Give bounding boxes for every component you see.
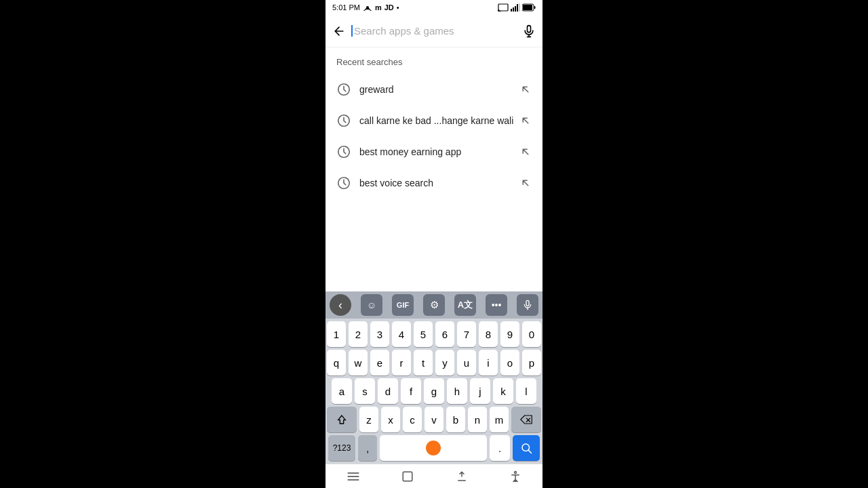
key-7[interactable]: 7	[457, 321, 476, 347]
key-q[interactable]: q	[327, 350, 346, 375]
svg-rect-11	[528, 25, 531, 32]
shift-icon	[336, 414, 347, 425]
key-n[interactable]: n	[468, 407, 487, 432]
search-item-text: call karne ke bad ...hange karne wali	[359, 115, 519, 126]
nav-accessibility[interactable]	[509, 470, 521, 483]
dot-indicator: •	[397, 3, 399, 12]
svg-rect-5	[515, 6, 516, 12]
key-9[interactable]: 9	[500, 321, 519, 347]
key-o[interactable]: o	[500, 350, 519, 375]
key-p[interactable]: p	[522, 350, 541, 375]
search-key[interactable]	[513, 435, 540, 461]
qwerty-row: q w e r t y u i o p	[327, 350, 541, 375]
period-key[interactable]: .	[490, 435, 510, 461]
key-2[interactable]: 2	[349, 321, 368, 347]
key-l[interactable]: l	[516, 378, 536, 404]
spacebar-key[interactable]	[380, 435, 487, 461]
list-item[interactable]: best voice search	[326, 167, 542, 199]
key-6[interactable]: 6	[435, 321, 454, 347]
key-3[interactable]: 3	[370, 321, 389, 347]
key-i[interactable]: i	[479, 350, 498, 375]
svg-rect-10	[534, 6, 536, 9]
search-item-text: greward	[359, 84, 519, 95]
key-r[interactable]: r	[392, 350, 411, 375]
battery-icon	[522, 3, 536, 12]
nav-back[interactable]	[456, 470, 468, 483]
key-v[interactable]: v	[425, 407, 443, 432]
status-right	[498, 3, 536, 12]
bottom-row: ?123 , .	[327, 435, 541, 461]
key-z[interactable]: z	[359, 407, 378, 432]
keyboard-mic-button[interactable]	[517, 294, 538, 316]
recent-searches-label: Recent searches	[326, 54, 542, 74]
key-d[interactable]: d	[378, 378, 398, 404]
history-icon	[336, 82, 351, 97]
shift-key[interactable]	[327, 407, 357, 432]
history-icon	[336, 144, 351, 159]
list-item[interactable]: best money earning app	[326, 136, 542, 167]
arrow-up-left-icon	[519, 146, 532, 158]
key-1[interactable]: 1	[327, 321, 346, 347]
key-5[interactable]: 5	[414, 321, 433, 347]
back-button[interactable]	[332, 24, 346, 38]
search-item-text: best voice search	[359, 178, 519, 188]
menu-icon	[347, 471, 360, 482]
status-bar: 5:01 PM m JD •	[326, 0, 542, 15]
keyboard-rows: 1 2 3 4 5 6 7 8 9 0 q w e r t y u i	[326, 319, 542, 461]
key-c[interactable]: c	[403, 407, 422, 432]
search-input-area[interactable]: Search apps & games	[351, 25, 517, 37]
keyboard-more-button[interactable]: •••	[486, 294, 507, 316]
keyboard-back-button[interactable]: ‹	[330, 294, 351, 316]
search-bar[interactable]: Search apps & games	[326, 15, 542, 47]
comma-key[interactable]: ,	[358, 435, 377, 461]
keyboard-settings-button[interactable]: ⚙	[423, 294, 445, 316]
key-g[interactable]: g	[424, 378, 444, 404]
symbols-key[interactable]: ?123	[328, 435, 355, 461]
key-t[interactable]: t	[414, 350, 433, 375]
nav-home[interactable]	[401, 470, 414, 483]
backspace-key[interactable]	[511, 407, 541, 432]
home-square-icon	[401, 470, 414, 483]
nav-back-icon	[456, 470, 468, 483]
svg-rect-3	[511, 9, 512, 12]
keyboard-emoji-button[interactable]: ☺	[361, 294, 382, 316]
key-j[interactable]: j	[470, 378, 490, 404]
key-h[interactable]: h	[447, 378, 467, 404]
list-item[interactable]: greward	[326, 74, 542, 105]
key-e[interactable]: e	[370, 350, 389, 375]
jd-badge: JD	[384, 3, 394, 12]
key-a[interactable]: a	[332, 378, 352, 404]
svg-rect-27	[403, 472, 413, 481]
key-u[interactable]: u	[457, 350, 476, 375]
search-content: Recent searches greward call karne ke ba…	[326, 47, 542, 291]
mic-button[interactable]	[522, 24, 536, 38]
svg-line-23	[528, 450, 531, 453]
key-f[interactable]: f	[401, 378, 421, 404]
svg-point-28	[515, 471, 517, 473]
history-icon	[336, 176, 351, 190]
keyboard-gif-button[interactable]: GIF	[392, 294, 414, 316]
key-w[interactable]: w	[349, 350, 368, 375]
key-y[interactable]: y	[435, 350, 454, 375]
nav-menu[interactable]	[347, 471, 360, 482]
accessibility-icon	[509, 470, 521, 483]
key-8[interactable]: 8	[479, 321, 498, 347]
arrow-up-left-icon	[519, 83, 532, 96]
wifi-icon	[363, 3, 372, 12]
backspace-icon	[520, 415, 532, 424]
list-item[interactable]: call karne ke bad ...hange karne wali	[326, 105, 542, 136]
key-b[interactable]: b	[446, 407, 465, 432]
key-4[interactable]: 4	[392, 321, 411, 347]
key-m[interactable]: m	[490, 407, 509, 432]
search-cursor[interactable]: Search apps & games	[351, 25, 454, 37]
key-x[interactable]: x	[381, 407, 400, 432]
keyboard-translate-button[interactable]: A文	[454, 294, 476, 316]
svg-rect-9	[523, 5, 532, 10]
key-0[interactable]: 0	[522, 321, 541, 347]
key-s[interactable]: s	[355, 378, 375, 404]
asdf-row: a s d f g h j k l	[327, 378, 541, 404]
svg-rect-6	[517, 4, 518, 12]
key-k[interactable]: k	[493, 378, 513, 404]
m-badge: m	[375, 3, 382, 12]
mic-icon	[522, 24, 536, 38]
